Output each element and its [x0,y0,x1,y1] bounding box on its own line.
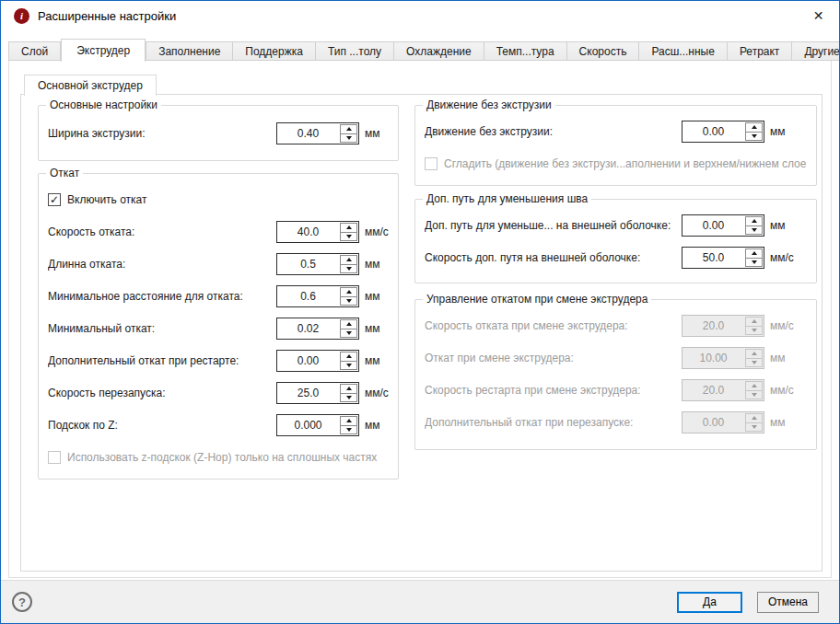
triangle-up-icon [346,322,352,326]
field-min-travel-for-retract: Минимальное расстояние для отката: мм [48,285,396,307]
triangle-down-icon [346,428,352,432]
close-icon[interactable]: ✕ [798,1,839,30]
tab-speed[interactable]: Скорость [567,41,640,61]
spinner-down-button [746,327,762,335]
triangle-down-icon [346,235,352,238]
triangle-down-icon [346,396,352,399]
footer-buttons: Да Отмена [677,592,819,613]
tab-layer[interactable]: Слой [8,41,61,61]
extrusion-width-input[interactable] [277,123,339,144]
spinner-down-button [746,423,762,432]
tab-temperature[interactable]: Темп...тура [484,41,567,61]
triangle-up-icon [752,384,757,387]
spinner-down-button[interactable] [341,394,356,402]
triangle-up-icon [346,387,352,390]
spinner [745,122,763,141]
spinner-up-button[interactable] [341,288,356,297]
spinner-up-button[interactable] [746,249,762,259]
triangle-down-icon [752,425,757,429]
spinner-up-button[interactable] [746,217,762,226]
field-label: Дополнительный откат при перезапуске: [425,416,682,429]
unit-label: мм [365,290,396,303]
tab-extruder[interactable]: Экструдер [61,39,146,62]
tab-advanced[interactable]: Расш...нные [639,41,727,61]
spinner-up-button[interactable] [341,256,356,265]
spinner [340,416,357,434]
spinner-down-button[interactable] [341,426,356,434]
spinner [340,384,357,402]
field-label: Скорость перезапуска: [48,387,276,399]
tab-cooling[interactable]: Охлаждение [394,41,484,61]
triangle-down-icon [346,364,352,367]
spinner-up-button[interactable] [746,123,762,133]
enable-retract-checkbox[interactable]: ✓ [48,193,61,206]
spinner-up-button[interactable] [341,320,356,329]
extra-restart-input[interactable] [277,351,339,371]
spinner-down-button [746,391,762,399]
spinner-down-button[interactable] [341,362,356,370]
spinner-up-button[interactable] [341,385,356,394]
unit-label: мм [365,127,396,140]
field-label: Скорость рестарта при смене экструдера: [425,384,682,397]
spinner-down-button[interactable] [341,134,356,143]
field-label: Минимальное расстояние для отката: [48,290,276,303]
checkbox-row-enable-retract: ✓ Включить откат [48,189,396,211]
field-restart-speed: Скорость перезапуска: мм/с [48,382,396,404]
spinner-up-button[interactable] [341,417,356,426]
spinner-down-button[interactable] [746,133,762,141]
tab-other[interactable]: Другие [792,41,840,61]
triangle-down-icon [752,228,757,232]
restart-speed-input[interactable] [277,383,339,403]
field-label: Скорость отката при смене экструдера: [425,319,682,332]
retract-length-input[interactable] [277,254,339,274]
min-retract-input[interactable] [277,318,339,339]
left-column: Основные настройки Ширина экструзии: мм [38,95,399,480]
field-seam-extra-path: Доп. путь для уменьше... на внешней обол… [425,214,814,237]
advanced-settings-dialog: i Расширенные настройки ✕ Слой Экструдер… [0,0,840,624]
retract-speed-input[interactable] [277,222,339,242]
zhop-solid-only-checkbox[interactable] [48,451,61,464]
spinner-up-button[interactable] [341,224,356,233]
triangle-down-icon [346,299,352,303]
extrusion-width-spinbox [276,122,359,144]
spinner-down-button[interactable] [341,297,356,306]
retract-length-spinbox [276,253,359,275]
window-title: Расширенные настройки [38,9,176,23]
triangle-down-icon [752,393,757,397]
spinner-up-button [746,414,762,423]
unit-label: мм/с [770,319,814,332]
spinner-down-button[interactable] [341,233,356,241]
toolchange-retract-speed-input [682,316,744,336]
tab-support[interactable]: Поддержка [233,41,316,61]
seam-extra-path-input[interactable] [682,215,744,236]
travel-distance-input[interactable] [682,121,744,142]
spinner-down-button[interactable] [746,259,762,267]
unit-label: мм [770,352,814,364]
tab-bed-type[interactable]: Тип ...толу [316,41,394,61]
triangle-up-icon [346,225,352,229]
seam-path-speed-input[interactable] [682,248,744,268]
field-label: Длинна отката: [48,258,276,271]
spinner-up-button[interactable] [341,125,356,134]
min-travel-input[interactable] [277,286,339,306]
ok-button[interactable]: Да [677,592,742,613]
spinner-up-button[interactable] [341,352,356,362]
field-label: Подскок по Z: [48,419,276,432]
help-icon[interactable]: ? [12,592,32,612]
triangle-down-icon [752,134,757,138]
smooth-travel-checkbox[interactable] [425,157,438,170]
spinner [340,124,357,143]
tab-infill[interactable]: Заполнение [146,41,233,61]
z-hop-input[interactable] [277,415,339,435]
spinner-down-button[interactable] [341,329,356,338]
spinner-down-button[interactable] [341,265,356,273]
triangle-down-icon [346,267,352,271]
tab-retract[interactable]: Ретракт [728,41,792,61]
triangle-up-icon [752,352,757,355]
spinner-down-button[interactable] [746,226,762,235]
cancel-button[interactable]: Отмена [757,592,819,613]
spinner-up-button [746,382,762,391]
subtab-primary-extruder[interactable]: Основной экструдер [24,75,157,96]
spinner [745,413,763,432]
group-title: Управление откатом при смене экструдера [423,293,651,306]
